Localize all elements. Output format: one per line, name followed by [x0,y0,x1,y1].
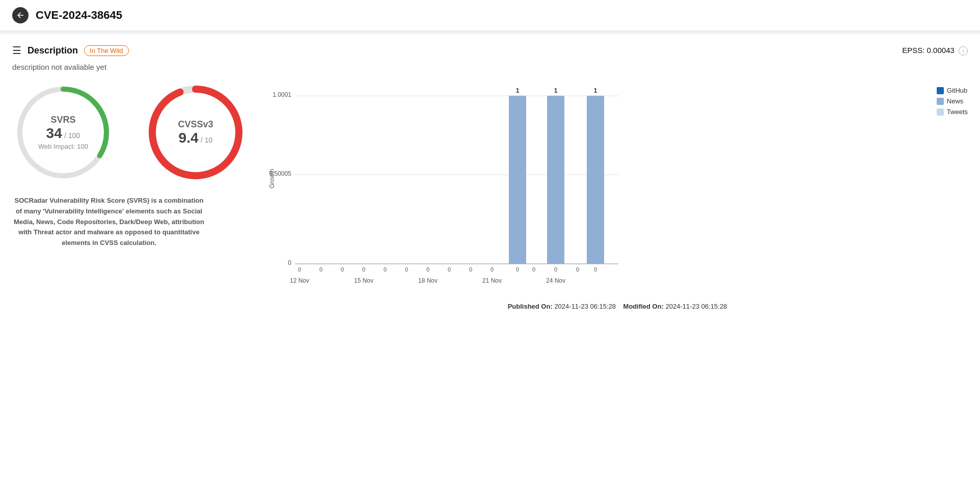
svg-text:0: 0 [405,266,408,272]
bar-26nov-news [587,96,604,264]
svg-text:1: 1 [516,87,520,94]
cvss-circle: CVSSv3 9.4 / 10 [145,81,247,183]
svg-text:1: 1 [594,87,597,94]
svg-text:24 Nov: 24 Nov [546,277,565,284]
header: CVE-2024-38645 [0,0,980,31]
svg-text:0: 0 [576,266,579,272]
svg-text:1: 1 [554,87,558,94]
circles-row: SVRS 34 / 100 Web Impact: 100 [12,81,247,183]
list-icon: ☰ [12,44,21,57]
left-panel: SVRS 34 / 100 Web Impact: 100 [12,81,247,249]
svrs-label: SVRS 34 / 100 Web Impact: 100 [38,115,88,150]
bar-22nov-news [509,96,526,264]
svg-text:0: 0 [594,266,597,272]
svg-text:0: 0 [319,266,322,272]
legend-news-box [937,98,944,105]
svg-text:0: 0 [532,266,535,272]
svg-text:0: 0 [341,266,344,272]
in-the-wild-badge: In The Wild [84,45,129,56]
chart-area: GitHub News Tweets 1.0001 0.50005 [267,81,968,310]
description-title: Description [28,45,78,56]
cvss-label: CVSSv3 9.4 / 10 [178,119,213,146]
chart-footer: Published On: 2024-11-23 06:15:28 Modifi… [267,303,968,310]
description-left: ☰ Description In The Wild [12,44,129,57]
svg-text:12 Nov: 12 Nov [290,277,309,284]
svg-text:Growth: Growth [268,169,276,188]
svrs-circle: SVRS 34 / 100 Web Impact: 100 [12,81,114,183]
chart-wrapper: GitHub News Tweets 1.0001 0.50005 [267,81,968,297]
legend-github: GitHub [937,87,968,94]
legend-tweets: Tweets [937,108,968,116]
svg-text:0: 0 [384,266,387,272]
svg-text:0: 0 [448,266,451,272]
bar-24nov-news [547,96,564,264]
svg-text:0: 0 [426,266,429,272]
main-content: ☰ Description In The Wild EPSS: 0.00043 … [0,34,980,320]
svg-text:0: 0 [362,266,365,272]
svrs-footnote: SOCRadar Vulnerability Risk Score (SVRS)… [12,196,206,249]
epss-section: EPSS: 0.00043 i [902,46,968,56]
back-button[interactable] [12,7,29,23]
legend-github-box [937,87,944,94]
legend-news: News [937,97,968,105]
svg-text:0: 0 [516,266,519,272]
svg-text:0: 0 [554,266,557,272]
cvss-gauge: CVSSv3 9.4 / 10 [145,81,247,183]
svrs-gauge: SVRS 34 / 100 Web Impact: 100 [12,81,114,183]
svg-text:0: 0 [491,266,494,272]
svg-text:1.0001: 1.0001 [273,91,291,98]
svg-text:0: 0 [298,266,301,272]
description-row: ☰ Description In The Wild EPSS: 0.00043 … [12,44,968,57]
svg-text:0: 0 [288,259,291,266]
chart-legend: GitHub News Tweets [937,87,968,116]
bar-chart-svg: 1.0001 0.50005 0 Growth 0 0 [267,81,664,295]
description-text: description not avaliable yet [12,63,968,71]
svg-text:15 Nov: 15 Nov [354,277,373,284]
svg-text:21 Nov: 21 Nov [482,277,502,284]
epss-label: EPSS: 0.00043 i [902,46,968,54]
page-title: CVE-2024-38645 [36,9,122,22]
content-row: SVRS 34 / 100 Web Impact: 100 [12,81,968,310]
svg-text:0: 0 [469,266,472,272]
info-icon[interactable]: i [959,46,968,56]
svg-text:18 Nov: 18 Nov [418,277,438,284]
legend-tweets-box [937,108,944,116]
